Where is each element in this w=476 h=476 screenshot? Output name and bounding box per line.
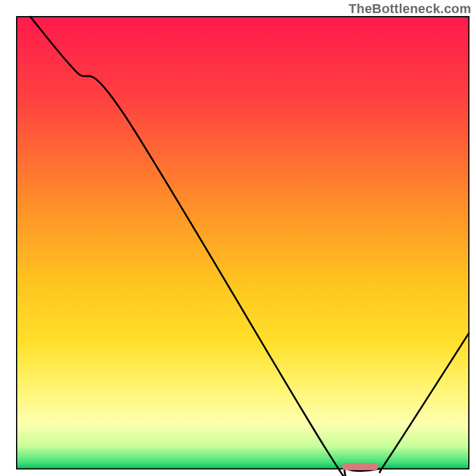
chart-svg: [0, 0, 476, 476]
optimal-range-marker: [342, 463, 378, 470]
watermark-label: TheBottleneck.com: [349, 1, 471, 17]
chart-plot-area: [17, 17, 469, 469]
bottleneck-chart: TheBottleneck.com: [0, 0, 476, 476]
